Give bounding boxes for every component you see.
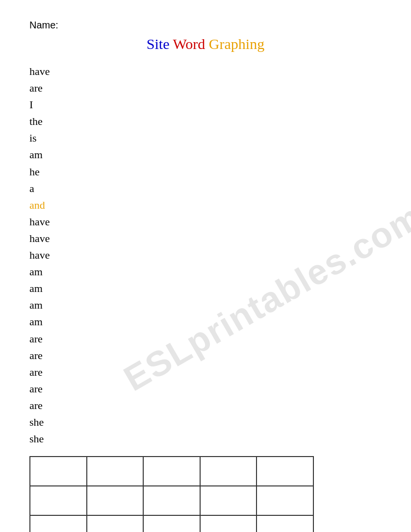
- graph-cell: [257, 515, 313, 532]
- word-list-item: she: [29, 414, 382, 431]
- graph-row: [30, 457, 313, 486]
- word-list-item: have: [29, 247, 382, 264]
- title-word: Word: [169, 36, 205, 52]
- graph-cell: [87, 457, 144, 486]
- word-list-item: are: [29, 80, 382, 97]
- graph-cell: [143, 515, 200, 532]
- page-title: Site Word Graphing: [29, 36, 382, 52]
- word-list-item: are: [29, 364, 382, 381]
- word-list-item: am: [29, 280, 382, 297]
- word-list-item: is: [29, 130, 382, 146]
- graph-cell: [30, 457, 87, 486]
- word-list-item: have: [29, 230, 382, 247]
- word-list-item: are: [29, 381, 382, 397]
- name-label: Name:: [29, 20, 382, 31]
- graph-table: [29, 456, 314, 532]
- word-list-item: have: [29, 63, 382, 80]
- graph-cell: [143, 457, 200, 486]
- graph-cell: [87, 515, 144, 532]
- graph-cell: [200, 515, 257, 532]
- word-list-item: am: [29, 146, 382, 163]
- graph-row: [30, 486, 313, 515]
- title-site: Site: [147, 36, 170, 52]
- graph-cell: [30, 486, 87, 515]
- graph-cell: [200, 486, 257, 515]
- graph-cell: [257, 457, 313, 486]
- word-list-item: am: [29, 314, 382, 330]
- content: Name: Site Word Graphing haveareItheisam…: [29, 20, 382, 532]
- title-graphing: Graphing: [205, 36, 264, 52]
- word-list-item: am: [29, 297, 382, 314]
- word-list-item: a: [29, 180, 382, 197]
- graph-row: [30, 515, 313, 532]
- word-list-item: I: [29, 97, 382, 113]
- word-list: haveareItheisamheaandhavehavehaveamamama…: [29, 63, 382, 447]
- word-list-item: are: [29, 347, 382, 364]
- graph-cell: [87, 486, 144, 515]
- word-list-item: are: [29, 397, 382, 414]
- word-list-item: he: [29, 164, 382, 180]
- word-list-item: she: [29, 431, 382, 447]
- word-list-item: and: [29, 197, 382, 214]
- word-list-item: are: [29, 331, 382, 347]
- page: ESLprintables.com Name: Site Word Graphi…: [0, 0, 411, 532]
- graph-cell: [30, 515, 87, 532]
- graph-cell: [143, 486, 200, 515]
- word-list-item: have: [29, 214, 382, 230]
- word-list-item: am: [29, 264, 382, 280]
- word-list-item: the: [29, 113, 382, 130]
- graph-cell: [200, 457, 257, 486]
- graph-cell: [257, 486, 313, 515]
